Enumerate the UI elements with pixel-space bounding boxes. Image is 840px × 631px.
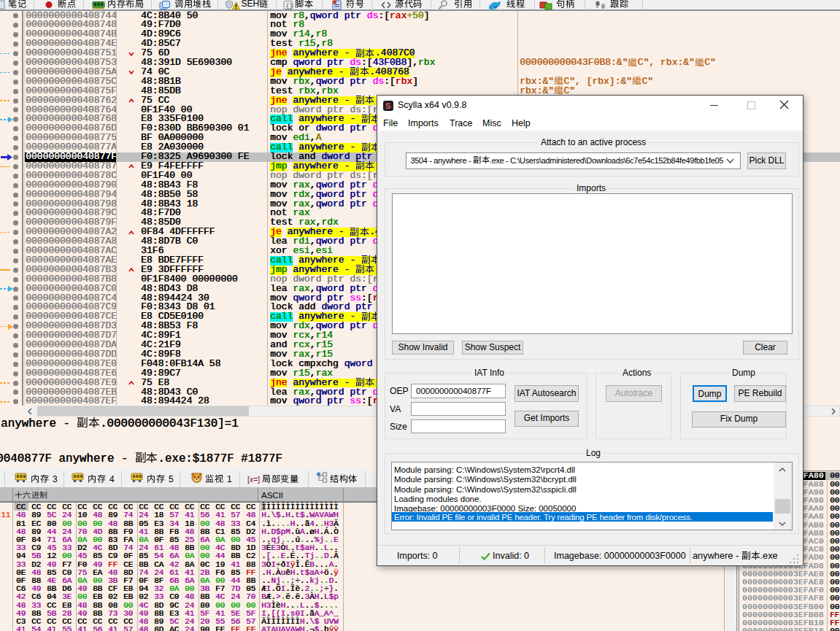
svg-text:{}: {} bbox=[285, 2, 293, 9]
